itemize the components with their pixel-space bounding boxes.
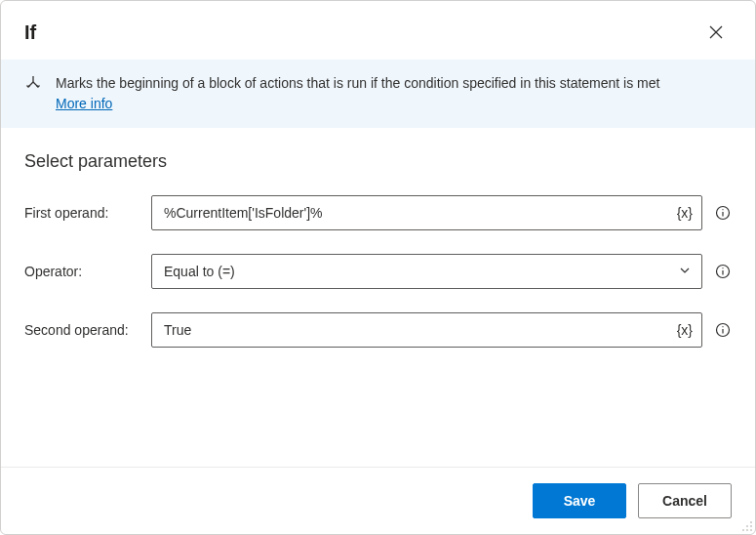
first-operand-label: First operand: [24,205,139,221]
operator-label: Operator: [24,264,139,279]
dialog-footer: Save Cancel [1,467,755,534]
if-dialog: If Marks the beginning of a block of act… [0,0,756,535]
second-operand-input[interactable] [151,312,702,348]
close-button[interactable] [700,17,732,48]
operator-select-wrap: Equal to (=) [151,254,702,289]
operator-select[interactable]: Equal to (=) [151,254,702,289]
first-operand-row: First operand: {x} [24,195,732,230]
cancel-button[interactable]: Cancel [638,483,732,518]
info-banner: Marks the beginning of a block of action… [1,60,755,128]
info-icon[interactable] [714,204,732,222]
more-info-link[interactable]: More info [56,96,112,111]
second-operand-input-wrap: {x} [151,312,702,348]
first-operand-input[interactable] [151,195,702,230]
banner-description: Marks the beginning of a block of action… [56,75,659,91]
svg-point-11 [722,326,723,327]
second-operand-label: Second operand: [24,322,139,338]
svg-point-5 [722,209,723,210]
section-title: Select parameters [24,151,732,172]
dialog-header: If [1,1,755,60]
info-icon[interactable] [714,263,732,280]
variable-picker-icon[interactable]: {x} [677,322,693,338]
info-icon[interactable] [714,321,732,339]
dialog-body: Select parameters First operand: {x} Ope… [1,128,755,467]
branch-icon [24,75,42,96]
operator-row: Operator: Equal to (=) [24,254,732,289]
second-operand-row: Second operand: {x} [24,312,732,348]
svg-point-8 [722,268,723,268]
save-button[interactable]: Save [533,483,626,518]
variable-picker-icon[interactable]: {x} [677,205,693,221]
close-icon [709,25,723,39]
operator-value: Equal to (=) [164,264,235,279]
first-operand-input-wrap: {x} [151,195,702,230]
dialog-title: If [24,21,36,44]
banner-text: Marks the beginning of a block of action… [56,73,659,114]
